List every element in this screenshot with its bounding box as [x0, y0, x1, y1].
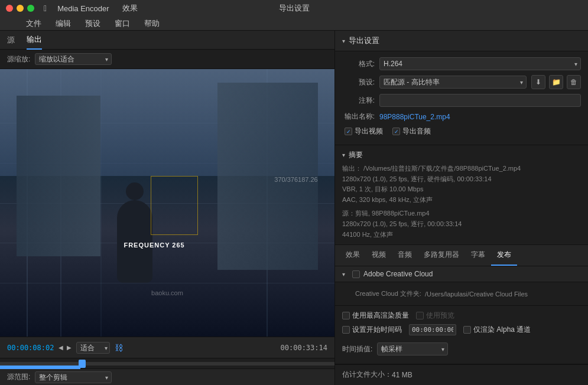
summary-output-label: 输出：: [342, 165, 362, 172]
interpolation-select-wrapper: 帧采样 帧混合 光流法: [377, 342, 448, 355]
export-checkboxes: 导出视频 导出音频: [342, 126, 581, 136]
summary-source-label: 源：剪辑, 98P888piCTue.mp4: [342, 210, 430, 217]
source-output-tabs: 源 输出: [0, 31, 334, 50]
tab-captions[interactable]: 字幕: [465, 245, 491, 266]
source-scale-select-wrapper: 缩放以适合 缩放以填充 拉伸以填充 无: [35, 53, 112, 65]
menu-file[interactable]: 效果: [120, 2, 140, 15]
tab-effects[interactable]: 效果: [340, 245, 366, 266]
frequency-label: FREQUENCY 265: [124, 242, 184, 249]
export-settings-form: 格式: H.264 H.265 ProRes 预设: 匹配源 - 高比特率 匹配…: [335, 51, 588, 145]
source-range-select[interactable]: 整个剪辑 工作区域 入点到出点: [35, 371, 112, 383]
tab-source[interactable]: 源: [7, 31, 15, 49]
format-row: 格式: H.264 H.265 ProRes: [342, 57, 581, 70]
scrubber-row[interactable]: [0, 358, 334, 368]
next-frame-button[interactable]: ▶: [67, 344, 72, 351]
menu-edit[interactable]: 编辑: [53, 17, 73, 30]
max-quality-box[interactable]: [342, 312, 350, 319]
menu-app[interactable]: Media Encoder: [55, 3, 111, 14]
menu-window[interactable]: 窗口: [112, 17, 132, 30]
grid-overlay: [151, 176, 198, 235]
preset-select-wrapper: 匹配源 - 高比特率 匹配源 - 中等比特率: [379, 76, 527, 89]
notes-row: 注释:: [342, 94, 581, 107]
tab-output[interactable]: 输出: [27, 31, 42, 50]
delete-preset-button[interactable]: 🗑: [567, 75, 581, 89]
tab-video[interactable]: 视频: [366, 245, 392, 266]
summary-chevron-icon: ▾: [342, 152, 345, 158]
notes-input[interactable]: [379, 94, 581, 107]
prev-frame-button[interactable]: ◀: [59, 344, 63, 351]
menu-bar: 文件 编辑 预设 窗口 帮助: [0, 17, 588, 31]
alpha-channel-label: 仅渲染 Alpha 通道: [473, 325, 531, 335]
fit-select[interactable]: 适合 25% 50% 75% 100%: [76, 342, 110, 354]
apple-logo-icon[interactable]: : [44, 4, 47, 13]
minimize-button[interactable]: [17, 5, 24, 12]
watermark2: baoku.com: [151, 289, 183, 296]
output-name-label: 输出名称:: [342, 112, 375, 122]
manage-preset-button[interactable]: 📁: [549, 75, 563, 89]
preset-select[interactable]: 匹配源 - 高比特率 匹配源 - 中等比特率: [379, 76, 527, 89]
cloud-path-value: /Users/lapulasi/Creative Cloud Files: [425, 291, 528, 298]
titlebar:  Media Encoder 效果 导出设置: [0, 0, 588, 17]
scrubber-track[interactable]: [0, 362, 334, 366]
interpolation-select[interactable]: 帧采样 帧混合 光流法: [377, 342, 448, 355]
summary-output-text: 输出： /Volumes/拉普拉斯/下载/文件盘/98P888piCTue_2.…: [342, 164, 581, 205]
link-icon: ⛓: [115, 343, 123, 353]
close-button[interactable]: [6, 5, 13, 12]
tab-audio[interactable]: 音频: [392, 245, 418, 266]
source-range-select-wrapper: 整个剪辑 工作区域 入点到出点: [35, 371, 112, 383]
maximize-button[interactable]: [27, 5, 34, 12]
start-timecode-box[interactable]: [342, 326, 350, 334]
export-settings-title: 导出设置: [349, 35, 379, 46]
export-audio-box[interactable]: [392, 128, 400, 135]
export-audio-label: 导出音频: [402, 126, 431, 136]
publish-cloud-label: Adobe Creative Cloud: [363, 270, 433, 278]
menu-help[interactable]: 帮助: [142, 17, 162, 30]
start-timecode-input[interactable]: 00:00:00:00: [409, 324, 456, 335]
tab-publish[interactable]: 发布: [491, 245, 517, 266]
summary-header: ▾ 摘要: [342, 150, 581, 160]
preset-label: 预设:: [342, 77, 375, 87]
use-preview-option: 使用预览: [416, 311, 454, 321]
summary-output-path: /Volumes/拉普拉斯/下载/文件盘/98P888piCTue_2.mp4: [363, 165, 521, 172]
output-filename[interactable]: 98P888piCTue_2.mp4: [379, 113, 450, 121]
save-preset-button[interactable]: ⬇: [531, 75, 545, 89]
summary-output-bitrate: VBR, 1 次, 目标 10.00 Mbps: [342, 185, 424, 192]
publish-checkbox-box[interactable]: [352, 270, 360, 278]
max-quality-label: 使用最高渲染质量: [352, 311, 409, 321]
export-video-label: 导出视频: [355, 126, 383, 136]
video-placeholder: FREQUENCY 265 370/376187.26 baoku.com: [0, 69, 334, 337]
fit-select-wrapper: 适合 25% 50% 75% 100%: [76, 342, 110, 354]
menu-file[interactable]: 文件: [24, 17, 44, 30]
main-container: 源 输出 源缩放: 缩放以适合 缩放以填充 拉伸以填充 无: [0, 31, 588, 385]
max-quality-option: 使用最高渲染质量: [342, 311, 409, 321]
file-size-value: 41 MB: [392, 371, 412, 379]
publish-section: Creative Cloud 文件夹: /Users/lapulasi/Crea…: [335, 282, 588, 306]
chevron-icon: ▾: [342, 38, 345, 44]
source-scale-select[interactable]: 缩放以适合 缩放以填充 拉伸以填充 无: [35, 53, 112, 65]
use-preview-checkbox[interactable]: 使用预览: [416, 311, 454, 321]
source-range-label: 源范围:: [7, 372, 30, 382]
playback-controls: ◀ ▶: [59, 344, 72, 351]
export-video-box[interactable]: [345, 128, 352, 135]
export-video-checkbox[interactable]: 导出视频: [345, 126, 383, 136]
format-select[interactable]: H.264 H.265 ProRes: [379, 57, 581, 70]
footer: 估计文件大小： 41 MB 元数据... 取消 确定: [335, 364, 588, 385]
export-audio-checkbox[interactable]: 导出音频: [392, 126, 431, 136]
alpha-channel-box[interactable]: [463, 326, 471, 334]
interpolation-label: 时间插值:: [342, 344, 372, 354]
summary-section: ▾ 摘要 输出： /Volumes/拉普拉斯/下载/文件盘/98P888piCT…: [335, 145, 588, 245]
right-tabs: 效果 视频 音频 多路复用器 字幕 发布: [335, 245, 588, 266]
source-scale-label: 源缩放:: [7, 54, 30, 64]
max-quality-checkbox[interactable]: 使用最高渲染质量: [342, 311, 409, 321]
scrubber-handle[interactable]: [79, 360, 86, 368]
timecode-options-row: 设置开始时间码 00:00:00:00 仅渲染 Alpha 通道: [342, 324, 581, 335]
publish-chevron-icon: ▾: [342, 271, 345, 278]
start-timecode-checkbox[interactable]: 设置开始时间码: [342, 325, 402, 335]
use-preview-box[interactable]: [416, 312, 424, 319]
summary-source-audio: 44100 Hz, 立体声: [342, 231, 393, 238]
tab-mux[interactable]: 多路复用器: [418, 245, 465, 266]
publish-expand: ▾ Adobe Creative Cloud: [335, 266, 588, 282]
menu-preset[interactable]: 预设: [83, 17, 103, 30]
alpha-channel-checkbox[interactable]: 仅渲染 Alpha 通道: [463, 325, 531, 335]
window-controls: [6, 5, 34, 12]
